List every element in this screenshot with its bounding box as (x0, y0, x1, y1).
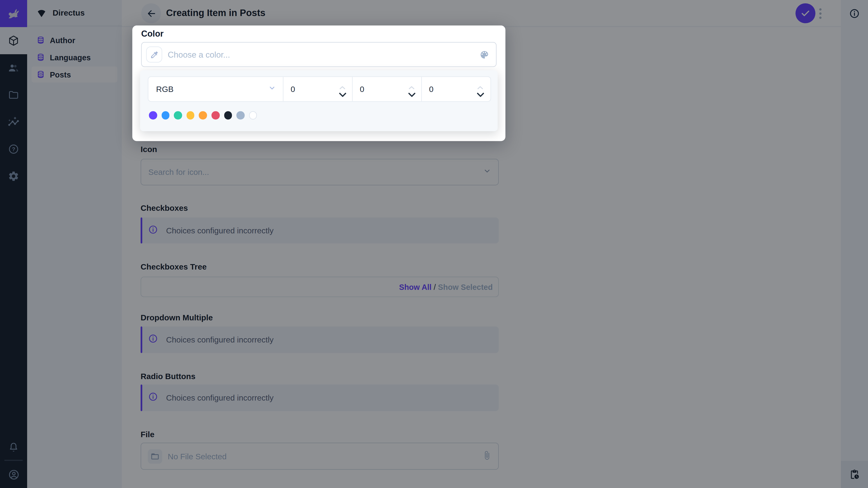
palette-icon (479, 50, 489, 59)
color-swatch[interactable] (237, 111, 245, 119)
eyedropper-button[interactable] (146, 46, 162, 63)
palette-toggle-button[interactable] (479, 50, 489, 59)
color-swatch[interactable] (149, 111, 157, 119)
stepper-down-icon[interactable] (339, 90, 346, 100)
color-presets (149, 111, 257, 119)
eyedropper-icon (150, 50, 158, 59)
color-swatch[interactable] (199, 111, 207, 119)
blue-channel-cell (421, 77, 490, 101)
color-picker-popup: Color RGB (132, 26, 505, 141)
color-picker-menu: RGB (140, 70, 498, 131)
color-mode-row: RGB (148, 76, 491, 102)
color-swatch[interactable] (249, 111, 257, 119)
color-swatch[interactable] (174, 111, 182, 119)
color-mode-value: RGB (156, 85, 174, 94)
stepper-down-icon[interactable] (408, 90, 416, 100)
color-swatch[interactable] (161, 111, 169, 119)
red-channel-cell (283, 77, 352, 101)
chevron-down-icon (268, 84, 276, 94)
color-swatch[interactable] (224, 111, 232, 119)
color-value-input[interactable] (142, 43, 496, 66)
color-field-label: Color (141, 29, 163, 39)
directus-app: ? Directus (0, 0, 868, 488)
color-swatch[interactable] (186, 111, 195, 119)
green-channel-cell (352, 77, 421, 101)
color-input-field (141, 42, 496, 67)
color-mode-select[interactable]: RGB (148, 77, 283, 101)
color-swatch[interactable] (211, 111, 219, 119)
stepper-down-icon[interactable] (477, 90, 485, 100)
